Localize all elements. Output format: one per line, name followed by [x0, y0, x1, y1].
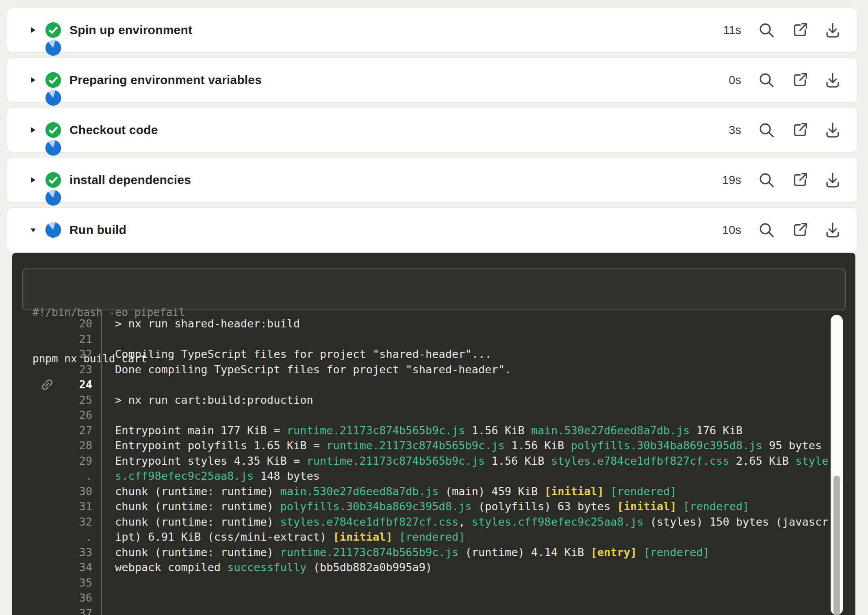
scrollbar-track[interactable]: [831, 315, 843, 615]
step-duration: 19s: [722, 173, 741, 187]
log-line: .ipt) 6.91 KiB (css/mini-extract) [initi…: [12, 529, 855, 545]
search-logs-button[interactable]: [757, 121, 776, 139]
line-text: Entrypoint styles 4.35 KiB = runtime.211…: [92, 453, 829, 469]
line-number[interactable]: 20: [12, 316, 92, 331]
line-text: webpack compiled successfully (bb5db882a…: [92, 560, 432, 575]
step-title: install dependencies: [69, 173, 191, 187]
running-progress-icon: [44, 189, 62, 207]
step-row[interactable]: Spin up environment 11s: [7, 8, 857, 52]
running-progress-icon: [44, 39, 62, 57]
terminal-panel: #!/bin/bash -eo pipefail pnpm nx build c…: [12, 253, 855, 615]
line-number[interactable]: 36: [12, 590, 92, 606]
open-in-new-icon: [791, 21, 809, 39]
step-title: Preparing environment variables: [69, 73, 262, 87]
log-line: 22Compiling TypeScript files for project…: [12, 346, 855, 362]
line-text: Compiling TypeScript files for project "…: [92, 346, 492, 362]
log-line: 32chunk (runtime: runtime) styles.e784ce…: [12, 514, 855, 530]
step-duration: 0s: [729, 74, 741, 87]
step-duration: 3s: [729, 123, 741, 137]
line-number[interactable]: 29: [12, 453, 92, 469]
line-number[interactable]: 30: [12, 484, 92, 499]
collapse-chevron-icon[interactable]: [29, 226, 37, 234]
open-in-new-tab-button[interactable]: [791, 71, 809, 89]
step-status-icon: [44, 71, 62, 89]
expand-chevron-icon[interactable]: [29, 26, 37, 34]
log-line: 24: [12, 377, 855, 392]
line-number[interactable]: 21: [12, 331, 92, 347]
line-number[interactable]: 34: [12, 560, 92, 575]
expand-chevron-icon[interactable]: [29, 76, 37, 84]
line-number[interactable]: 35: [12, 575, 92, 591]
download-logs-button[interactable]: [823, 221, 842, 239]
success-check-icon: [44, 171, 62, 189]
log-line: 37: [12, 606, 855, 615]
step-status-icon: [44, 21, 62, 39]
log-line: 21: [12, 331, 855, 347]
line-number[interactable]: 32: [12, 514, 92, 530]
command-box: #!/bin/bash -eo pipefail pnpm nx build c…: [22, 269, 846, 310]
line-text: > nx run cart:build:production: [92, 392, 313, 408]
line-text: chunk (runtime: runtime) polyfills.30b34…: [92, 499, 749, 514]
line-text: Entrypoint polyfills 1.65 KiB = runtime.…: [92, 438, 822, 453]
download-logs-button[interactable]: [823, 21, 842, 39]
log-line: 31chunk (runtime: runtime) polyfills.30b…: [12, 499, 855, 514]
line-number[interactable]: 37: [12, 606, 92, 615]
line-number[interactable]: .: [12, 529, 92, 545]
open-in-new-tab-button[interactable]: [791, 221, 809, 239]
step-row[interactable]: Run build 10s: [7, 208, 857, 252]
search-logs-button[interactable]: [757, 71, 776, 89]
expand-chevron-icon[interactable]: [29, 126, 37, 134]
step-duration: 10s: [722, 223, 741, 237]
log-line: 27Entrypoint main 177 KiB = runtime.2117…: [12, 423, 855, 438]
line-text: ipt) 6.91 KiB (css/mini-extract) [initia…: [92, 529, 465, 545]
expand-chevron-icon[interactable]: [29, 176, 37, 184]
line-text: chunk (runtime: runtime) main.530e27d6ee…: [92, 484, 677, 499]
success-check-icon: [44, 21, 62, 39]
open-in-new-icon: [791, 221, 809, 239]
search-logs-button[interactable]: [757, 221, 776, 239]
line-text: > nx run shared-header:build: [92, 316, 300, 331]
open-in-new-tab-button[interactable]: [791, 171, 809, 189]
download-logs-button[interactable]: [823, 171, 842, 189]
search-icon: [757, 21, 776, 39]
line-text: Done compiling TypeScript files for proj…: [92, 362, 511, 377]
log-line: 23Done compiling TypeScript files for pr…: [12, 362, 855, 377]
line-number[interactable]: 33: [12, 545, 92, 560]
open-in-new-icon: [791, 71, 809, 89]
line-number[interactable]: 23: [12, 362, 92, 377]
step-status-icon: [44, 121, 62, 139]
line-text: chunk (runtime: runtime) styles.e784ce1d…: [92, 514, 829, 530]
line-number[interactable]: .: [12, 468, 92, 484]
log-line: 36: [12, 590, 855, 606]
search-icon: [757, 221, 776, 239]
line-number[interactable]: 27: [12, 423, 92, 438]
line-text: chunk (runtime: runtime) runtime.21173c8…: [92, 545, 710, 560]
line-number[interactable]: 28: [12, 438, 92, 453]
step-row[interactable]: Preparing environment variables 0s: [7, 58, 857, 102]
log-line: 26: [12, 407, 855, 423]
download-icon: [823, 171, 842, 189]
step-row[interactable]: install dependencies 19s: [7, 158, 857, 202]
line-number[interactable]: 25: [12, 392, 92, 408]
search-icon: [757, 171, 776, 189]
running-progress-icon: [44, 221, 62, 239]
line-number[interactable]: 31: [12, 499, 92, 514]
line-number[interactable]: 22: [12, 346, 92, 362]
step-title: Spin up environment: [69, 23, 192, 37]
search-logs-button[interactable]: [757, 21, 776, 39]
log-line: 35: [12, 575, 855, 591]
step-row[interactable]: Checkout code 3s: [7, 108, 857, 152]
download-logs-button[interactable]: [823, 71, 842, 89]
scrollbar-thumb[interactable]: [833, 476, 840, 615]
step-title: Checkout code: [69, 123, 158, 137]
line-number[interactable]: 26: [12, 407, 92, 423]
line-link-icon[interactable]: [40, 377, 54, 392]
open-in-new-tab-button[interactable]: [791, 121, 809, 139]
line-text: s.cff98efec9c25aa8.js 148 bytes: [92, 468, 320, 484]
step-status-icon: [44, 221, 62, 239]
open-in-new-tab-button[interactable]: [791, 21, 809, 39]
log-line: 30chunk (runtime: runtime) main.530e27d6…: [12, 484, 855, 499]
download-logs-button[interactable]: [823, 121, 842, 139]
open-in-new-icon: [791, 171, 809, 189]
search-logs-button[interactable]: [757, 171, 776, 189]
